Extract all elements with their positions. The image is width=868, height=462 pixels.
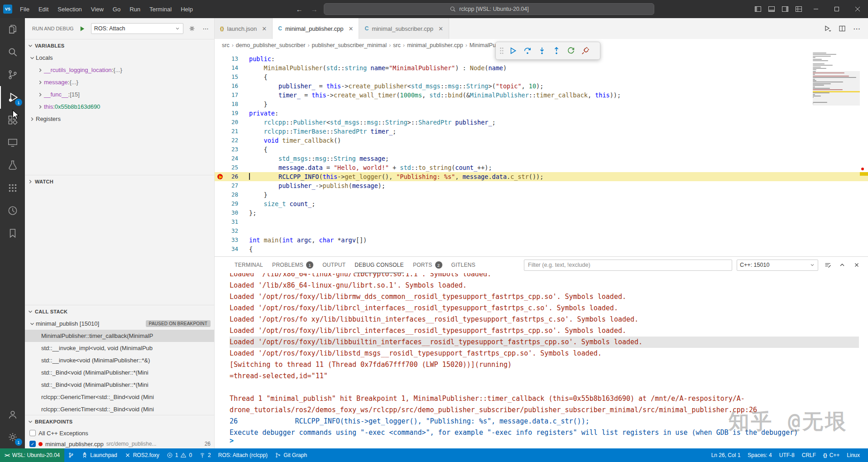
variable-row[interactable]: __func__: [15]: [25, 88, 214, 101]
status-item-ros-attach-rclcpp-[interactable]: ROS: Attach (rclcpp): [215, 448, 271, 462]
activity-gitlens[interactable]: [0, 199, 25, 222]
close-button[interactable]: [847, 0, 868, 18]
clear-console-icon[interactable]: [823, 260, 833, 270]
code-line[interactable]: 23 {: [215, 145, 868, 154]
console-line[interactable]: Loaded '/opt/ros/foxy/lib/librmw_dds_com…: [230, 291, 859, 303]
gutter-glyph-margin[interactable]: [215, 217, 225, 226]
console-line[interactable]: Loaded '/lib/x86_64-linux-gnu/librt.so.1…: [230, 280, 859, 291]
gutter-glyph-margin[interactable]: [215, 163, 225, 172]
step-out-icon[interactable]: [550, 44, 563, 57]
code-line[interactable]: 24 std_msgs::msg::String message;: [215, 154, 868, 163]
toolbar-drag-handle[interactable]: [499, 44, 505, 57]
activity-bookmarks[interactable]: [0, 222, 25, 245]
debug-config-dropdown[interactable]: ROS: Attach: [91, 23, 183, 34]
toggle-secondary-sidebar-icon[interactable]: [778, 0, 792, 18]
editor-tab-minimal_subscriber-cpp[interactable]: Cminimal_subscriber.cpp✕: [359, 18, 449, 39]
gutter-glyph-margin[interactable]: [215, 118, 225, 127]
activity-gear[interactable]: 1: [0, 426, 25, 448]
gutter-glyph-margin[interactable]: [215, 54, 225, 63]
step-into-icon[interactable]: [536, 44, 548, 57]
maximize-button[interactable]: [826, 0, 847, 18]
watch-header[interactable]: WATCH: [25, 175, 214, 188]
code-editor[interactable]: 13public:14 MinimalPublisher(std::string…: [215, 52, 868, 256]
command-center-search[interactable]: rclcpp [WSL: Ubuntu-20.04]: [324, 3, 654, 15]
menu-edit[interactable]: Edit: [34, 0, 53, 18]
status-item-crlf[interactable]: CRLF: [798, 448, 820, 462]
console-line[interactable]: Loaded '/opt/ros/foxy/lib/librcl_interfa…: [230, 303, 859, 314]
breadcrumb-item[interactable]: demo_publisher_subscriber: [236, 42, 306, 48]
minimap[interactable]: [813, 53, 860, 256]
tab-close-icon[interactable]: ✕: [438, 25, 443, 32]
variables-scope-locals[interactable]: Locals: [25, 52, 214, 64]
gutter-glyph-margin[interactable]: [215, 226, 225, 236]
code-line[interactable]: 21 rclcpp::TimerBase::SharedPtr timer_;: [215, 127, 868, 136]
editor-tab-launch-json[interactable]: {}launch.json✕: [215, 18, 273, 39]
status-item-2[interactable]: 2: [196, 448, 215, 462]
menu-run[interactable]: Run: [125, 0, 145, 18]
panel-tab-problems[interactable]: PROBLEMS1: [272, 257, 313, 273]
code-line[interactable]: 20 rclcpp::Publisher<std_msgs::msg::Stri…: [215, 118, 868, 127]
console-prompt[interactable]: >: [230, 437, 234, 445]
tab-close-icon[interactable]: ✕: [349, 25, 354, 32]
gutter-glyph-margin[interactable]: [215, 190, 225, 199]
panel-tab-debug-console[interactable]: DEBUG CONSOLE: [355, 257, 404, 273]
gutter-glyph-margin[interactable]: [215, 72, 225, 82]
gutter-glyph-margin[interactable]: [215, 127, 225, 136]
panel-tab-gitlens[interactable]: GITLENS: [451, 257, 475, 273]
gutter-glyph-margin[interactable]: ▶: [215, 172, 225, 181]
breakpoint-row[interactable]: ✓minimal_publisher.cppsrc/demo_publishe.…: [25, 438, 214, 448]
nav-back-icon[interactable]: ←: [294, 5, 304, 13]
code-line[interactable]: 27 publisher_->publish(message);: [215, 181, 868, 190]
call-stack-session[interactable]: minimal_publish [15010] PAUSED ON BREAKP…: [25, 318, 214, 330]
menu-go[interactable]: Go: [108, 0, 125, 18]
code-line[interactable]: 22 void timer_callback(): [215, 136, 868, 145]
menu-selection[interactable]: Selection: [53, 0, 86, 18]
gutter-glyph-margin[interactable]: [215, 181, 225, 190]
editor-tab-minimal_publisher-cpp[interactable]: Cminimal_publisher.cpp✕: [273, 18, 359, 39]
run-or-debug-icon[interactable]: [823, 24, 833, 34]
toggle-sidebar-icon[interactable]: [751, 0, 765, 18]
remote-indicator[interactable]: >< WSL: Ubuntu-20.04: [0, 448, 64, 462]
console-line[interactable]: [230, 382, 859, 393]
breadcrumb-item[interactable]: src: [222, 42, 230, 48]
activity-scm[interactable]: [0, 63, 25, 86]
split-editor-icon[interactable]: [837, 24, 847, 34]
console-line[interactable]: Loaded '/lib/x86_64-linux-gnu/libcrypto.…: [230, 273, 859, 280]
gutter-glyph-margin[interactable]: [215, 236, 225, 245]
gutter-glyph-margin[interactable]: [215, 199, 225, 208]
breakpoint-checkbox[interactable]: [29, 430, 36, 436]
code-line[interactable]: 18 }: [215, 100, 868, 109]
panel-tab-output[interactable]: OUTPUT: [322, 257, 345, 273]
breadcrumb-item[interactable]: minimal_publisher.cpp: [407, 42, 463, 48]
activity-extensions[interactable]: [0, 109, 25, 131]
code-line[interactable]: 33int main(int argc, char *argv[]): [215, 236, 868, 245]
console-line[interactable]: Loaded '/opt/ros/foxy/lib/librcl_interfa…: [230, 325, 859, 337]
stack-frame[interactable]: rclcpp::GenericTimer<std::_Bind<void (Mi…: [25, 391, 214, 403]
status-item-ros2-foxy[interactable]: ROS2.foxy: [121, 448, 163, 462]
panel-tab-ports[interactable]: PORTS2: [413, 257, 442, 273]
console-filter-input[interactable]: [524, 260, 732, 271]
variable-row[interactable]: message: {...}: [25, 76, 214, 88]
status-item-launchpad[interactable]: Launchpad: [78, 448, 120, 462]
breakpoint-checkbox[interactable]: ✓: [29, 441, 36, 447]
gutter-glyph-margin[interactable]: [215, 109, 225, 118]
code-line[interactable]: ▶26 RCLCPP_INFO(this->get_logger(), "Pub…: [215, 172, 868, 181]
gutter-glyph-margin[interactable]: [215, 82, 225, 91]
stack-frame[interactable]: std::__invoke_impl<void, void (MinimalPu…: [25, 342, 214, 354]
gutter-glyph-margin[interactable]: [215, 145, 225, 154]
status-item-branch[interactable]: [64, 448, 78, 462]
stack-frame[interactable]: MinimalPublisher::timer_callback(Minimal…: [25, 330, 214, 342]
more-actions-icon[interactable]: ⋯: [201, 24, 211, 34]
gear-icon[interactable]: [187, 24, 197, 34]
editor-more-actions-icon[interactable]: ⋯: [852, 24, 862, 34]
activity-remote[interactable]: [0, 131, 25, 154]
start-debug-icon[interactable]: [77, 24, 87, 34]
stack-frame[interactable]: std::_Bind<void (MinimalPublisher::*(Min…: [25, 379, 214, 391]
gutter-glyph-margin[interactable]: [215, 154, 225, 163]
continue-icon[interactable]: [507, 44, 519, 57]
gutter-glyph-margin[interactable]: [215, 245, 225, 254]
code-line[interactable]: 17 timer_ = this->create_wall_timer(1000…: [215, 91, 868, 100]
variable-row[interactable]: __rcutils_logging_location: {...}: [25, 64, 214, 76]
toggle-panel-icon[interactable]: [765, 0, 778, 18]
code-line[interactable]: 19private:: [215, 109, 868, 118]
